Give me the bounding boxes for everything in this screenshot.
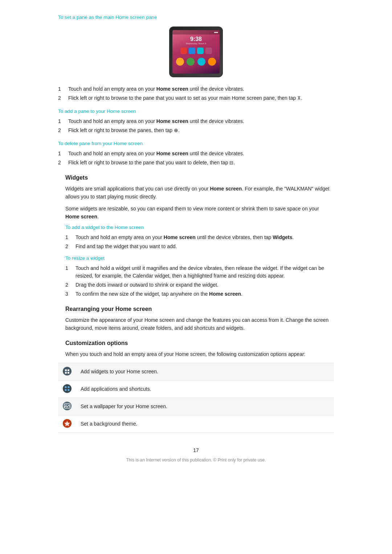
add-pane-steps: 1 Touch and hold an empty area on your H…: [58, 118, 334, 134]
svg-point-5: [63, 384, 72, 393]
step-item: 1 Touch and hold a widget until it magni…: [65, 264, 334, 280]
delete-pane-title: To delete pane from your Home screen: [58, 141, 334, 146]
svg-point-0: [63, 367, 72, 376]
phone-app-icon: [180, 48, 187, 54]
phone-bottom-icon: [176, 58, 184, 66]
phone-bottom-icon: [197, 58, 205, 66]
customization-option-text: Add widgets to your Home screen.: [76, 363, 334, 380]
customization-section: Customization options When you touch and…: [58, 340, 334, 432]
svg-point-6: [65, 386, 67, 388]
resize-widget-steps: 1 Touch and hold a widget until it magni…: [65, 264, 334, 298]
phone-bottom-icon: [208, 58, 216, 66]
step-item: 1 Touch and hold an empty area on your H…: [58, 150, 334, 157]
svg-point-7: [68, 386, 70, 388]
add-widget-steps: 1 Touch and hold an empty area on your H…: [65, 234, 334, 250]
delete-pane-steps: 1 Touch and hold an empty area on your H…: [58, 150, 334, 167]
widget-icon: [62, 366, 72, 376]
customization-heading: Customization options: [65, 340, 334, 346]
phone-bottom-icons: [172, 58, 220, 66]
svg-point-8: [65, 389, 67, 391]
customization-option-text: Set a background theme.: [76, 415, 334, 432]
customization-option-row: Add applications and shortcuts.: [58, 380, 334, 398]
theme-icon: [62, 419, 72, 428]
rearranging-para: Customize the appearance of your Home sc…: [65, 316, 334, 332]
svg-rect-1: [65, 369, 67, 371]
customization-option-row: Set a background theme.: [58, 415, 334, 432]
add-pane-title: To add a pane to your Home screen: [58, 108, 334, 114]
add-widget-subsection: To add a widget to the Home screen 1 Tou…: [58, 225, 334, 250]
step-item: 2 Drag the dots inward or outward to shr…: [65, 281, 334, 289]
step-item: 2 Flick left or right to browse to the p…: [58, 94, 334, 102]
svg-rect-3: [65, 372, 67, 374]
icon-cell: [58, 363, 76, 380]
phone-app-icon: [197, 48, 204, 54]
customization-para: When you touch and hold an empty area of…: [65, 350, 334, 358]
widgets-heading: Widgets: [65, 175, 334, 181]
rearranging-heading: Rearranging your Home screen: [65, 306, 334, 312]
widgets-para2: Some widgets are resizable, so you can e…: [65, 205, 334, 221]
wallpaper-icon: [62, 401, 72, 411]
svg-rect-4: [68, 372, 69, 374]
step-item: 2 Find and tap the widget that you want …: [65, 243, 334, 250]
icon-cell: [58, 380, 76, 398]
svg-rect-2: [68, 369, 69, 371]
set-pane-section: To set a pane as the main Home screen pa…: [58, 15, 334, 102]
phone-mockup: ■■■ 9:38 Wednesday, March 6: [169, 26, 223, 77]
phone-app-icon: [205, 48, 212, 54]
footer-text: This is an Internet version of this publ…: [58, 457, 334, 463]
step-item: 1 Touch and hold an empty area on your H…: [58, 118, 334, 125]
delete-pane-section: To delete pane from your Home screen 1 T…: [58, 141, 334, 167]
widgets-para1: Widgets are small applications that you …: [65, 185, 334, 201]
step-item: 1 Touch and hold an empty area on your H…: [65, 234, 334, 241]
step-item: 1 Touch and hold an empty area on your H…: [58, 85, 334, 93]
customization-options-table: Add widgets to your Home screen. Add app…: [58, 363, 334, 433]
resize-widget-subsection: To resize a widget 1 Touch and hold a wi…: [58, 255, 334, 298]
add-widget-title: To add a widget to the Home screen: [65, 225, 334, 230]
page-number: 17: [58, 447, 334, 453]
icon-cell: [58, 398, 76, 415]
phone-screenshot: ■■■ 9:38 Wednesday, March 6: [58, 26, 334, 77]
step-item: 2 Flick left or right to browse to the p…: [58, 159, 334, 167]
phone-app-icons: [172, 48, 220, 54]
phone-app-icon: [189, 48, 195, 54]
customization-option-row: Set a wallpaper for your Home screen.: [58, 398, 334, 415]
step-item: 2 Flick left or right to browse the pane…: [58, 127, 334, 134]
step-item: 3 To confirm the new size of the widget,…: [65, 290, 334, 298]
customization-option-row: Add widgets to your Home screen.: [58, 363, 334, 380]
resize-widget-title: To resize a widget: [65, 255, 334, 261]
customization-option-text: Add applications and shortcuts.: [76, 380, 334, 398]
apps-icon: [62, 384, 72, 393]
phone-screen: ■■■ 9:38 Wednesday, March 6: [172, 30, 220, 74]
icon-cell: [58, 415, 76, 432]
phone-bottom-icon: [187, 58, 195, 66]
add-pane-section: To add a pane to your Home screen 1 Touc…: [58, 108, 334, 134]
set-pane-title: To set a pane as the main Home screen pa…: [58, 15, 334, 20]
rearranging-section: Rearranging your Home screen Customize t…: [58, 306, 334, 332]
phone-status-bar: ■■■: [172, 30, 220, 34]
widgets-section: Widgets Widgets are small applications t…: [58, 175, 334, 298]
svg-point-9: [68, 389, 70, 391]
customization-option-text: Set a wallpaper for your Home screen.: [76, 398, 334, 415]
set-pane-steps: 1 Touch and hold an empty area on your H…: [58, 85, 334, 102]
